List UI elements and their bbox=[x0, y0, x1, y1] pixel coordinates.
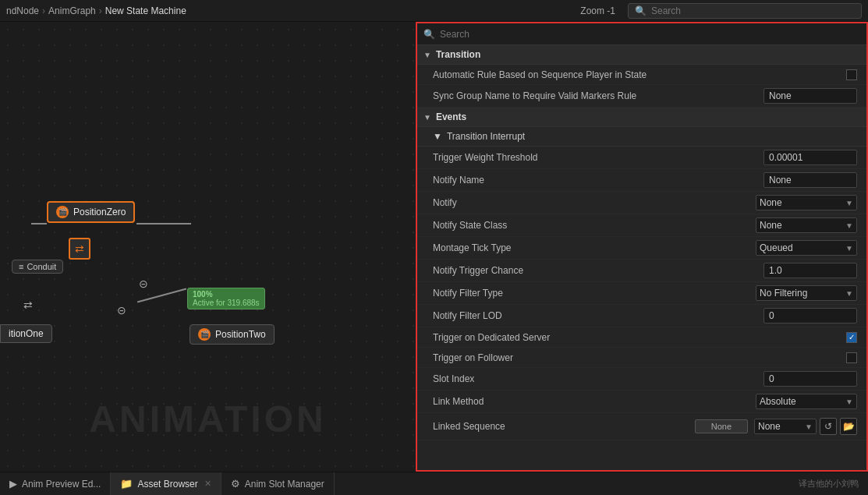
node-label-position-zero: PositionZero bbox=[73, 207, 126, 217]
node-position-zero[interactable]: 🎬 PositionZero bbox=[47, 201, 135, 223]
prop-trigger-follower: Trigger on Follower bbox=[417, 348, 866, 368]
search-input[interactable] bbox=[651, 5, 855, 16]
dropdown-notify-state-text: None bbox=[760, 220, 782, 231]
linked-sequence-row: Linked Sequence None None ▼ ↺ 📂 bbox=[417, 413, 866, 440]
prop-slot-index-value bbox=[717, 371, 857, 387]
dropdown-notify-filter[interactable]: No Filtering ▼ bbox=[756, 285, 857, 301]
dropdown-linked-seq[interactable]: None ▼ bbox=[754, 419, 817, 434]
breadcrumb-current: New State Machine bbox=[105, 5, 186, 16]
prop-link-method-label: Link Method bbox=[427, 396, 717, 407]
node-label-position-two: PositionTwo bbox=[215, 329, 266, 340]
prop-notify-state-class-value[interactable]: None ▼ bbox=[717, 217, 857, 233]
tab-anim-preview-icon: ▶ bbox=[9, 478, 17, 490]
search-bar[interactable]: 🔍 bbox=[628, 3, 862, 19]
prop-automatic-rule: Automatic Rule Based on Sequence Player … bbox=[417, 65, 866, 85]
right-panel: 🔍 ▼ Transition Automatic Rule Based on S… bbox=[416, 22, 868, 472]
breadcrumb-animgraph: AnimGraph bbox=[48, 5, 96, 16]
node-icon-position-two: 🎬 bbox=[198, 328, 211, 341]
checkbox-trigger-follower[interactable] bbox=[846, 352, 857, 363]
prop-notify-filter-type: Notify Filter Type No Filtering ▼ bbox=[417, 282, 866, 305]
node-label-position-one: itionOne bbox=[9, 328, 44, 339]
tab-anim-slot-label: Anim Slot Manager bbox=[245, 479, 324, 490]
section-transition-label: Transition bbox=[436, 49, 480, 60]
top-bar: ndNode › AnimGraph › New State Machine Z… bbox=[0, 0, 868, 22]
section-events[interactable]: ▼ Events bbox=[417, 108, 866, 127]
small-transition-3: ⊝ bbox=[139, 278, 148, 290]
input-trigger-weight[interactable] bbox=[763, 150, 857, 165]
prop-notify-label: Notify bbox=[427, 197, 717, 208]
prop-trigger-dedicated: Trigger on Dedicated Server bbox=[417, 327, 866, 348]
prop-notify-trigger-chance: Notify Trigger Chance bbox=[417, 260, 866, 282]
node-position-one[interactable]: itionOne bbox=[0, 324, 52, 343]
tab-asset-browser-label: Asset Browser bbox=[137, 479, 197, 490]
prop-notify-filter-lod: Notify Filter LOD bbox=[417, 305, 866, 327]
dropdown-notify[interactable]: None ▼ bbox=[756, 195, 857, 210]
events-collapse-icon: ▼ bbox=[423, 113, 431, 122]
input-notify-name[interactable] bbox=[763, 172, 857, 188]
prop-montage-tick: Montage Tick Type Queued ▼ bbox=[417, 237, 866, 260]
dropdown-notify-arrow: ▼ bbox=[845, 199, 853, 207]
seq-refresh-button[interactable]: ↺ bbox=[820, 418, 837, 435]
dropdown-montage-tick-arrow: ▼ bbox=[845, 244, 853, 253]
tab-asset-browser-close[interactable]: ✕ bbox=[204, 479, 211, 489]
section-transition-interrupt[interactable]: ▼ Transition Interrupt bbox=[417, 127, 866, 147]
prop-notify-trigger-chance-label: Notify Trigger Chance bbox=[427, 265, 717, 276]
dropdown-montage-tick-text: Queued bbox=[760, 242, 793, 253]
checkbox-trigger-dedicated[interactable] bbox=[846, 332, 857, 343]
prop-trigger-dedicated-value bbox=[717, 332, 857, 343]
tab-asset-browser[interactable]: 📁 Asset Browser ✕ bbox=[111, 472, 221, 495]
seq-browse-button[interactable]: 📂 bbox=[840, 418, 857, 435]
dropdown-notify-state-arrow: ▼ bbox=[845, 221, 853, 230]
panel-search-input[interactable] bbox=[440, 29, 860, 40]
dropdown-link-method[interactable]: Absolute ▼ bbox=[756, 394, 857, 409]
dropdown-notify-filter-arrow: ▼ bbox=[845, 289, 853, 298]
prop-trigger-follower-value bbox=[717, 352, 857, 363]
prop-notify-name-label: Notify Name bbox=[427, 175, 717, 186]
breadcrumb-ndnode: ndNode bbox=[6, 5, 39, 16]
checkbox-automatic-rule[interactable] bbox=[846, 69, 857, 80]
input-notify-filter-lod[interactable] bbox=[763, 308, 857, 324]
bottom-bar: ▶ Anim Preview Ed... 📁 Asset Browser ✕ ⚙… bbox=[0, 472, 868, 495]
prop-trigger-dedicated-label: Trigger on Dedicated Server bbox=[427, 332, 717, 343]
prop-link-method-value[interactable]: Absolute ▼ bbox=[717, 394, 857, 409]
section-transition[interactable]: ▼ Transition bbox=[417, 45, 866, 65]
transition-box[interactable]: ⇄ bbox=[69, 238, 90, 260]
prop-trigger-follower-label: Trigger on Follower bbox=[427, 352, 717, 363]
anim-graph-canvas[interactable]: ANIMATION 🎬 PositionZero ⇄ ≡ Conduit ⇄ ⊝… bbox=[0, 22, 416, 472]
tab-anim-slot[interactable]: ⚙ Anim Slot Manager bbox=[221, 472, 335, 495]
dropdown-notify-state[interactable]: None ▼ bbox=[756, 217, 857, 233]
breadcrumb: ndNode › AnimGraph › New State Machine bbox=[6, 5, 568, 16]
prop-notify-trigger-chance-value bbox=[717, 263, 857, 278]
node-position-two[interactable]: 🎬 PositionTwo bbox=[190, 324, 275, 345]
seq-none-display: None bbox=[695, 419, 748, 433]
prop-notify-state-class-label: Notify State Class bbox=[427, 220, 717, 231]
dropdown-montage-tick[interactable]: Queued ▼ bbox=[756, 240, 857, 256]
panel-search-bar[interactable]: 🔍 bbox=[417, 23, 866, 45]
prop-montage-tick-value[interactable]: Queued ▼ bbox=[717, 240, 857, 256]
tab-anim-preview[interactable]: ▶ Anim Preview Ed... bbox=[0, 472, 111, 495]
prop-notify: Notify None ▼ bbox=[417, 192, 866, 214]
arrow-left bbox=[31, 223, 47, 225]
input-notify-trigger-chance[interactable] bbox=[763, 263, 857, 278]
linked-sequence-label: Linked Sequence bbox=[427, 421, 689, 432]
conduit-label: Conduit bbox=[27, 262, 56, 271]
tab-anim-slot-icon: ⚙ bbox=[231, 478, 240, 490]
prop-notify-filter-lod-label: Notify Filter LOD bbox=[427, 310, 717, 321]
tab-asset-browser-icon: 📁 bbox=[120, 478, 133, 490]
prop-slot-index-label: Slot Index bbox=[427, 373, 717, 384]
panel-content[interactable]: ▼ Transition Automatic Rule Based on Seq… bbox=[417, 45, 866, 470]
main-area: ANIMATION 🎬 PositionZero ⇄ ≡ Conduit ⇄ ⊝… bbox=[0, 22, 868, 472]
prop-trigger-weight-label: Trigger Weight Threshold bbox=[427, 152, 717, 163]
node-conduit[interactable]: ≡ Conduit bbox=[12, 260, 63, 274]
prop-notify-filter-type-value[interactable]: No Filtering ▼ bbox=[717, 285, 857, 301]
prop-sync-group-value bbox=[717, 88, 857, 104]
search-icon: 🔍 bbox=[635, 5, 647, 16]
dropdown-linked-seq-text: None bbox=[758, 421, 781, 432]
active-badge: 100% Active for 319.688s bbox=[187, 288, 265, 309]
prop-sync-group: Sync Group Name to Require Valid Markers… bbox=[417, 85, 866, 108]
input-sync-group[interactable] bbox=[763, 88, 857, 104]
input-slot-index[interactable] bbox=[763, 371, 857, 387]
prop-sync-group-label: Sync Group Name to Require Valid Markers… bbox=[427, 90, 717, 101]
prop-automatic-rule-label: Automatic Rule Based on Sequence Player … bbox=[427, 69, 717, 80]
prop-notify-value[interactable]: None ▼ bbox=[717, 195, 857, 210]
